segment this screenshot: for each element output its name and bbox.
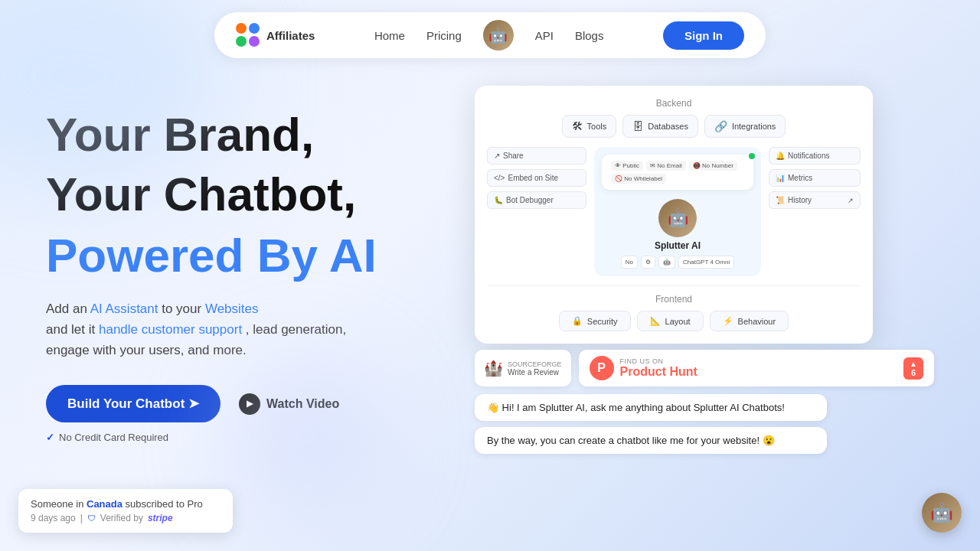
dashboard-card: Backend 🛠 Tools 🗄 Databases 🔗 Integratio… — [475, 86, 873, 344]
toast-subscribed: subscribed to Pro — [122, 498, 203, 510]
behaviour-icon: ⚡ — [723, 316, 733, 326]
hero-right: Backend 🛠 Tools 🗄 Databases 🔗 Integratio… — [475, 86, 934, 454]
affiliates-label: Affiliates — [266, 29, 315, 42]
sub-prefix2: and let it — [46, 322, 99, 337]
embed-icon: </> — [494, 174, 505, 182]
integrations-icon: 🔗 — [714, 120, 727, 132]
play-icon: ▶ — [239, 393, 260, 415]
check-icon: ✓ — [46, 432, 54, 443]
backend-chip-integrations: 🔗 Integrations — [704, 115, 786, 138]
metrics-icon: 📊 — [776, 174, 785, 182]
frontend-chips-row: 🔒 Security 📐 Layout ⚡ Behaviour — [487, 311, 861, 331]
no-number-option: 📵 No Number — [689, 161, 737, 171]
notification-toast: Someone in Canada subscribed to Pro 9 da… — [18, 489, 233, 533]
ph-count-value: 6 — [911, 368, 916, 377]
toast-divider: | — [80, 513, 83, 523]
sub-mid1: to your — [158, 302, 205, 316]
stripe-logo: stripe — [148, 513, 173, 523]
nav-blogs[interactable]: Blogs — [575, 29, 604, 42]
frontend-label: Frontend — [487, 294, 861, 305]
build-chatbot-button[interactable]: Build Your Chatbot ➤ — [46, 385, 220, 422]
security-icon: 🔒 — [572, 316, 583, 326]
backend-section: Backend 🛠 Tools 🗄 Databases 🔗 Integratio… — [487, 98, 861, 138]
tool-1: No — [621, 256, 638, 269]
debugger-icon: 🐛 — [494, 196, 503, 204]
nav-pricing[interactable]: Pricing — [426, 29, 462, 42]
watch-label: Watch Video — [266, 397, 339, 411]
hero-subtitle: Add an AI Assistant to your Websites and… — [46, 298, 444, 361]
ai-assistant-link[interactable]: AI Assistant — [90, 302, 158, 316]
nav-avatar[interactable]: 🤖 — [483, 20, 514, 51]
no-email-option: ✉ No Email — [646, 161, 686, 171]
share-icon: ↗ — [494, 152, 500, 160]
backend-chips-row: 🛠 Tools 🗄 Databases 🔗 Integrations — [487, 115, 861, 138]
bot-name: Splutter AI — [655, 240, 701, 251]
sf-review: Write a Review — [508, 368, 562, 377]
logo-icon — [236, 23, 260, 47]
ph-find-label: FIND US ON — [620, 357, 898, 365]
producthunt-badge[interactable]: P FIND US ON Product Hunt ▲ 6 — [579, 350, 934, 386]
nav-logo[interactable]: Affiliates — [236, 23, 315, 47]
notifications-icon: 🔔 — [776, 152, 785, 160]
navbar: Affiliates Home Pricing 🤖 API Blogs Sign… — [0, 0, 980, 70]
tool-3: 🤖 — [658, 256, 675, 269]
layout-icon: 📐 — [650, 316, 661, 326]
sf-icon: 🏰 — [484, 359, 503, 377]
notifications-item[interactable]: 🔔 Notifications — [769, 147, 861, 165]
databases-icon: 🗄 — [632, 120, 643, 132]
ph-count: ▲ 6 — [903, 357, 923, 380]
nav-links: Home Pricing 🤖 API Blogs — [339, 20, 639, 51]
right-panel: 🔔 Notifications 📊 Metrics 📜 History ↗ — [769, 147, 861, 276]
middle-section: ↗ Share </> Embed on Site 🐛 Bot Debugger — [487, 147, 861, 276]
integrations-label: Integrations — [732, 122, 776, 131]
toast-bottom: 9 days ago | 🛡 Verified by stripe — [31, 513, 220, 523]
metrics-item[interactable]: 📊 Metrics — [769, 169, 861, 187]
toast-time: 9 days ago — [31, 513, 76, 523]
toast-prefix: Someone in — [31, 498, 87, 510]
badge-row: 🏰 SOURCEFORGE Write a Review P FIND US O… — [475, 350, 934, 386]
websites-link[interactable]: Websites — [205, 302, 259, 316]
chatbot-avatar-button[interactable]: 🤖 — [922, 493, 962, 533]
backend-label: Backend — [487, 98, 861, 109]
public-option: 👁 Public — [611, 161, 643, 171]
toast-verified: Verified by — [100, 513, 143, 523]
history-icon: 📜 — [776, 196, 785, 204]
embed-button[interactable]: </> Embed on Site — [487, 169, 586, 187]
hero-left: Your Brand, Your Chatbot, Powered By AI … — [46, 86, 444, 443]
left-panel: ↗ Share </> Embed on Site 🐛 Bot Debugger — [487, 147, 586, 276]
watch-video-button[interactable]: ▶ Watch Video — [239, 393, 339, 415]
frontend-section: Frontend 🔒 Security 📐 Layout ⚡ Behaviour — [487, 285, 861, 331]
hero-line1: Your Brand, — [46, 109, 444, 161]
debugger-button[interactable]: 🐛 Bot Debugger — [487, 191, 586, 209]
chat-section: 👋 Hi! I am Splutter AI, ask me anything … — [475, 394, 934, 454]
toast-country: Canada — [87, 498, 122, 510]
share-button[interactable]: ↗ Share — [487, 147, 586, 165]
ph-logo: P — [590, 356, 614, 380]
databases-label: Databases — [648, 122, 688, 131]
toast-text: Someone in Canada subscribed to Pro — [31, 498, 220, 510]
behaviour-chip: ⚡ Behaviour — [710, 311, 789, 331]
main-content: Your Brand, Your Chatbot, Powered By AI … — [0, 70, 980, 454]
sub-line3: engage with your users, and more. — [46, 343, 247, 357]
tools-label: Tools — [587, 122, 607, 131]
cta-row: Build Your Chatbot ➤ ▶ Watch Video — [46, 385, 444, 422]
nav-home[interactable]: Home — [374, 29, 405, 42]
no-whitelabel-option: 🚫 No Whitelabel — [611, 174, 666, 184]
bot-options-row: 👁 Public ✉ No Email 📵 No Number 🚫 No Whi… — [611, 161, 744, 184]
center-panel: 👁 Public ✉ No Email 📵 No Number 🚫 No Whi… — [594, 147, 761, 276]
no-credit-label: ✓ No Credit Card Required — [46, 432, 444, 443]
bot-options-card: 👁 Public ✉ No Email 📵 No Number 🚫 No Whi… — [602, 155, 753, 190]
sourceforge-badge[interactable]: 🏰 SOURCEFORGE Write a Review — [475, 350, 571, 386]
sub-prefix1: Add an — [46, 302, 90, 316]
signin-button[interactable]: Sign In — [663, 21, 744, 50]
ph-product-hunt-label: Product Hunt — [620, 365, 898, 379]
backend-chip-tools: 🛠 Tools — [562, 115, 617, 138]
security-chip: 🔒 Security — [559, 311, 631, 331]
nav-api[interactable]: API — [535, 29, 554, 42]
backend-chip-databases: 🗄 Databases — [622, 115, 698, 138]
history-link-icon: ↗ — [848, 197, 854, 204]
hero-line3: Powered By AI — [46, 228, 444, 282]
handle-cs-link[interactable]: handle customer support — [99, 322, 242, 337]
tool-2: ⚙ — [641, 256, 655, 269]
history-item[interactable]: 📜 History ↗ — [769, 191, 861, 209]
